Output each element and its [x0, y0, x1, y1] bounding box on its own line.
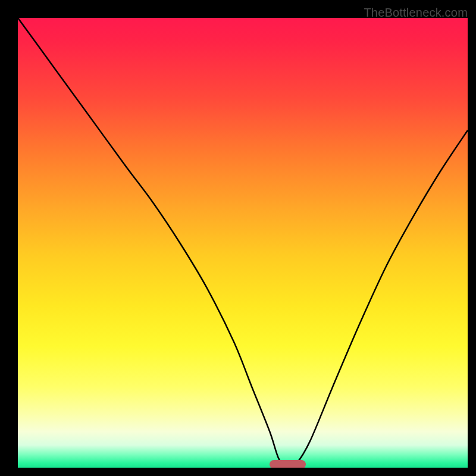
chart-frame: TheBottleneck.com: [2, 2, 474, 474]
optimal-range-marker: [270, 460, 305, 468]
watermark-text: TheBottleneck.com: [364, 6, 468, 20]
plot-area: [18, 18, 468, 468]
bottleneck-curve: [18, 18, 468, 468]
